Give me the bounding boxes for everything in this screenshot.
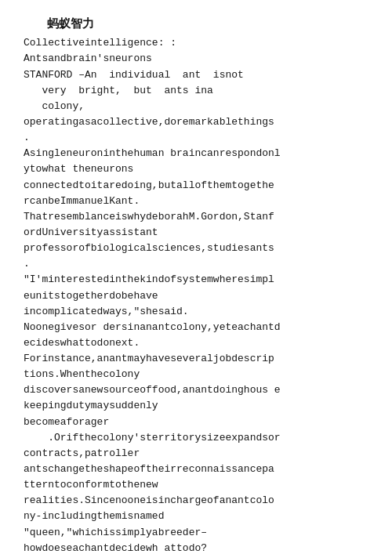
paragraph-6: "I'minterestedinthekindofsystemwheresimp… xyxy=(24,273,281,427)
paragraph-4: ThatresemblanceiswhydeborahM.Gordon,Stan… xyxy=(24,211,274,254)
article-body: Collectiveintelligence: : Antsandbrain's… xyxy=(24,35,368,554)
article-container: 蚂蚁智力 Collectiveintelligence: : Antsandbr… xyxy=(24,16,368,554)
paragraph-1: STANFORD –An individual ant isnot very b… xyxy=(24,69,274,128)
paragraph-7: .Orifthecolony'sterritorysizeexpandsor c… xyxy=(24,432,281,554)
paragraph-5: . xyxy=(24,258,30,270)
paragraph-2: . xyxy=(24,132,30,143)
article-title: 蚂蚁智力 xyxy=(47,16,368,34)
paragraph-0: Collectiveintelligence: : Antsandbrain's… xyxy=(24,37,176,64)
paragraph-3: Asingleneuroninthehuman braincanrespondo… xyxy=(24,147,281,206)
